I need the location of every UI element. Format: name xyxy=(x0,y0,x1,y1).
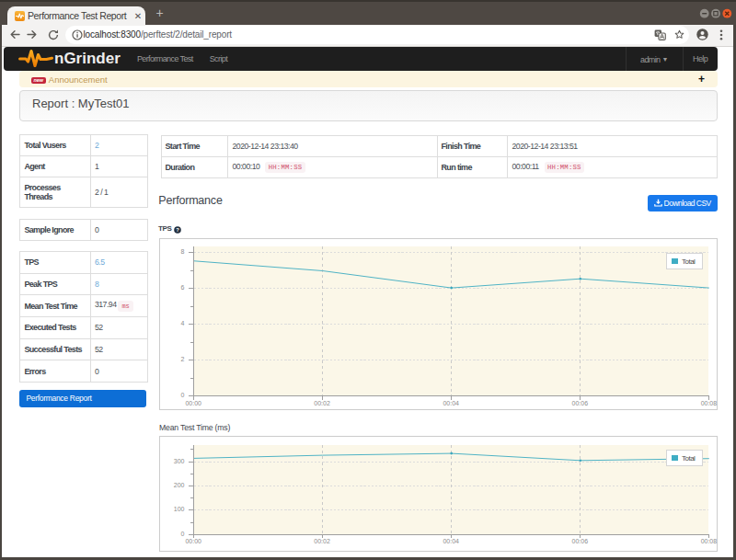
svg-text:?: ? xyxy=(176,227,179,233)
